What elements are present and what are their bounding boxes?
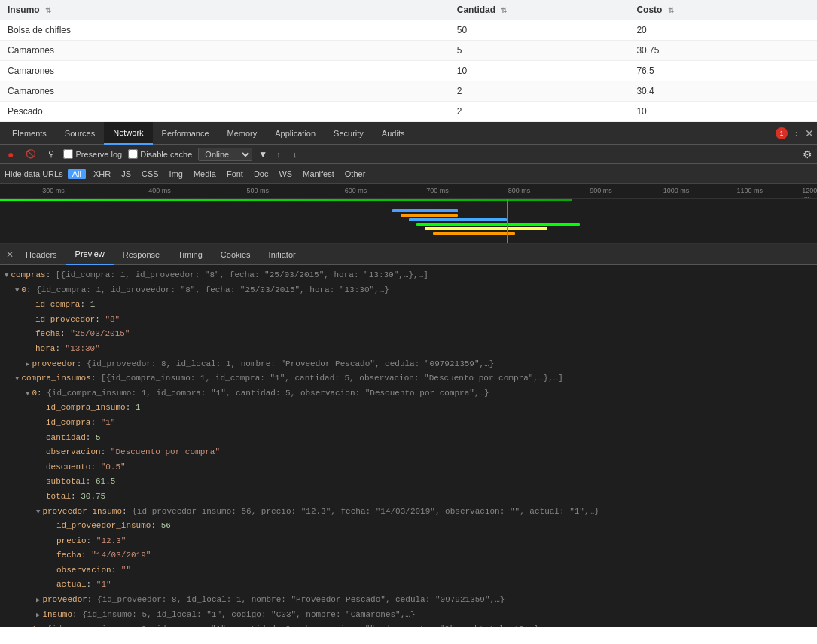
devtools-tab-right: 1 ⋮ ✕ xyxy=(776,127,814,139)
settings-icon[interactable]: ⚙ xyxy=(803,148,812,160)
table-row: Camarones530.75 xyxy=(0,41,817,61)
clear-button[interactable]: 🚫 xyxy=(23,148,39,160)
timeline-bar-3 xyxy=(409,218,507,221)
preserve-log-label[interactable]: Preserve log xyxy=(63,149,122,159)
cell-costo: 30.4 xyxy=(629,81,817,102)
tab-security[interactable]: Security xyxy=(325,122,373,145)
tab-timing[interactable]: Timing xyxy=(169,244,212,265)
tab-application[interactable]: Application xyxy=(266,122,325,145)
json-line: subtotal: 61.5 xyxy=(0,475,817,490)
tab-audits[interactable]: Audits xyxy=(373,122,414,145)
tl-label-1200: 1200 ms xyxy=(800,184,817,199)
json-toggle[interactable]: ▼ xyxy=(26,389,29,399)
throttle-expand-button[interactable]: ▼ xyxy=(258,149,267,160)
json-toggle[interactable]: ▶ xyxy=(36,610,40,621)
json-toggle[interactable]: ▼ xyxy=(5,270,8,281)
cell-costo: 30.75 xyxy=(629,41,817,61)
tab-initiator[interactable]: Initiator xyxy=(260,244,305,265)
tab-preview[interactable]: Preview xyxy=(66,244,114,265)
json-line: ▼proveedor_insumo: {id_proveedor_insumo:… xyxy=(0,505,817,520)
timeline-header: 300 ms 400 ms 500 ms 600 ms 700 ms 800 m… xyxy=(0,184,817,199)
timeline-waterfall xyxy=(0,199,817,244)
cell-costo: 10 xyxy=(629,102,817,122)
json-line: descuento: "0.5" xyxy=(0,460,817,475)
tab-cookies[interactable]: Cookies xyxy=(212,244,260,265)
json-line: ▶proveedor: {id_proveedor: 8, id_local: … xyxy=(0,593,817,608)
filter-doc-button[interactable]: Doc xyxy=(251,169,272,179)
export-har-button[interactable]: ↓ xyxy=(290,148,300,160)
json-line: cantidad: 5 xyxy=(0,431,817,446)
cell-insumo: Pescado xyxy=(0,102,450,122)
json-line: ▶proveedor: {id_proveedor: 8, id_local: … xyxy=(0,357,817,372)
filter-other-button[interactable]: Other xyxy=(342,169,369,179)
tab-memory[interactable]: Memory xyxy=(218,122,267,145)
json-line: observacion: "Descuento por compra" xyxy=(0,445,817,460)
timeline-labels: 300 ms 400 ms 500 ms 600 ms 700 ms 800 m… xyxy=(0,184,817,198)
filter-font-button[interactable]: Font xyxy=(224,169,246,179)
filter-js-button[interactable]: JS xyxy=(118,169,134,179)
record-button[interactable]: ● xyxy=(5,147,17,162)
tab-elements[interactable]: Elements xyxy=(3,122,56,145)
close-devtools-button[interactable]: ✕ xyxy=(805,127,814,139)
cell-insumo: Camarones xyxy=(0,41,450,61)
filter-img-button[interactable]: Img xyxy=(166,169,186,179)
json-toggle[interactable]: ▼ xyxy=(15,285,19,296)
import-har-button[interactable]: ↑ xyxy=(273,148,284,160)
tab-network[interactable]: Network xyxy=(104,122,152,145)
json-line: precio: "12.3" xyxy=(0,534,817,549)
tab-headers[interactable]: Headers xyxy=(17,244,66,265)
col-header-insumo[interactable]: Insumo ⇅ xyxy=(0,0,450,20)
tab-sources[interactable]: Sources xyxy=(56,122,104,145)
json-toggle[interactable]: ▶ xyxy=(36,595,40,606)
table-row: Camarones1076.5 xyxy=(0,61,817,81)
tl-label-1100: 1100 ms xyxy=(736,184,764,194)
disable-cache-checkbox[interactable] xyxy=(128,149,138,159)
json-toggle[interactable]: ▼ xyxy=(15,374,19,384)
json-toggle[interactable]: ▶ xyxy=(26,359,29,370)
timeline-bar-4 xyxy=(416,223,580,226)
json-line: total: 30.75 xyxy=(0,490,817,505)
cell-cantidad: 50 xyxy=(450,20,630,41)
more-options-icon[interactable]: ⋮ xyxy=(792,128,800,138)
filter-ws-button[interactable]: WS xyxy=(276,169,295,179)
filter-all-button[interactable]: All xyxy=(68,169,86,179)
disable-cache-label[interactable]: Disable cache xyxy=(128,149,192,159)
json-toggle[interactable]: ▼ xyxy=(36,507,40,517)
devtools-panel: Elements Sources Network Performance Mem… xyxy=(0,122,817,627)
error-badge: 1 xyxy=(776,127,788,139)
tab-performance[interactable]: Performance xyxy=(153,122,218,145)
cell-cantidad: 5 xyxy=(450,41,630,61)
json-line: ▼0: {id_compra: 1, id_proveedor: "8", fe… xyxy=(0,283,817,298)
tl-label-500: 500 ms xyxy=(245,184,270,194)
json-line: id_compra: 1 xyxy=(0,298,817,313)
cell-insumo: Bolsa de chifles xyxy=(0,20,450,41)
timeline-red-line xyxy=(507,199,508,243)
filter-button[interactable]: ⚲ xyxy=(45,148,57,160)
network-toolbar: ● 🚫 ⚲ Preserve log Disable cache Online … xyxy=(0,145,817,164)
hide-data-urls-button[interactable]: Hide data URLs xyxy=(5,169,63,179)
panel-close-button[interactable]: ✕ xyxy=(3,249,17,260)
filter-media-button[interactable]: Media xyxy=(191,169,219,179)
json-toggle[interactable]: ▶ xyxy=(26,624,29,627)
json-line: fecha: "25/03/2015" xyxy=(0,327,817,342)
filter-xhr-button[interactable]: XHR xyxy=(90,169,114,179)
filter-manifest-button[interactable]: Manifest xyxy=(300,169,337,179)
json-line: id_compra: "1" xyxy=(0,416,817,431)
tl-label-800: 800 ms xyxy=(507,184,531,194)
col-header-costo[interactable]: Costo ⇅ xyxy=(629,0,817,20)
timeline-progress-green xyxy=(0,199,572,201)
col-header-cantidad[interactable]: Cantidad ⇅ xyxy=(450,0,630,20)
tl-label-900: 900 ms xyxy=(588,184,612,194)
cell-insumo: Camarones xyxy=(0,61,450,81)
cell-costo: 20 xyxy=(629,20,817,41)
table-row: Camarones230.4 xyxy=(0,81,817,102)
json-line: id_proveedor: "8" xyxy=(0,313,817,328)
network-throttle-select[interactable]: Online Fast 3G Slow 3G Offline xyxy=(198,148,252,161)
preserve-log-checkbox[interactable] xyxy=(63,149,73,159)
json-viewer[interactable]: ▼compras: [{id_compra: 1, id_proveedor: … xyxy=(0,265,817,627)
sort-icon-insumo: ⇅ xyxy=(45,6,51,14)
table-row: Pescado210 xyxy=(0,102,817,122)
filter-css-button[interactable]: CSS xyxy=(139,169,162,179)
cell-insumo: Camarones xyxy=(0,81,450,102)
tab-response[interactable]: Response xyxy=(114,244,169,265)
